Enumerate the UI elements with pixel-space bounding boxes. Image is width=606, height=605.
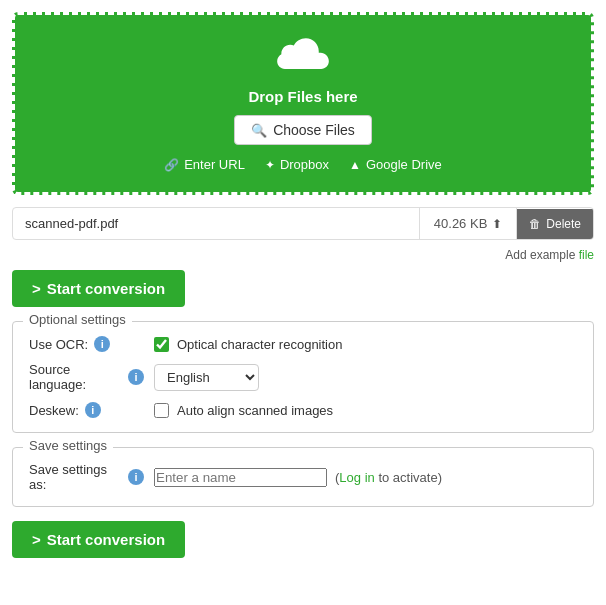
- save-settings-row: Save settings as: i (Log in to activate): [29, 462, 577, 492]
- dropbox-icon: [265, 157, 275, 172]
- ocr-checkbox[interactable]: [154, 337, 169, 352]
- google-drive-link[interactable]: Google Drive: [349, 157, 442, 172]
- upload-icon: ⬆: [492, 217, 502, 231]
- dropbox-link[interactable]: Dropbox: [265, 157, 329, 172]
- deskew-row: Deskew: i Auto align scanned images: [29, 402, 577, 418]
- delete-button[interactable]: 🗑 Delete: [517, 209, 593, 239]
- language-select[interactable]: English German French Spanish Italian Po…: [154, 364, 259, 391]
- ocr-info-icon[interactable]: i: [94, 336, 110, 352]
- file-name: scanned-pdf.pdf: [13, 208, 420, 239]
- deskew-control: Auto align scanned images: [154, 403, 333, 418]
- link-icon: [164, 157, 179, 172]
- optional-settings-section: Optional settings Use OCR: i Optical cha…: [12, 321, 594, 433]
- enter-url-link[interactable]: Enter URL: [164, 157, 245, 172]
- trash-icon: 🗑: [529, 217, 541, 231]
- ocr-row: Use OCR: i Optical character recognition: [29, 336, 577, 352]
- source-language-row: Source language: i English German French…: [29, 362, 577, 392]
- source-language-control: English German French Spanish Italian Po…: [154, 364, 259, 391]
- login-link[interactable]: Log in: [339, 470, 374, 485]
- chevron-icon: [32, 280, 41, 297]
- source-language-label: Source language: i: [29, 362, 144, 392]
- file-row: scanned-pdf.pdf 40.26 KB ⬆ 🗑 Delete: [12, 207, 594, 240]
- chevron-icon-bottom: [32, 531, 41, 548]
- deskew-info-icon[interactable]: i: [85, 402, 101, 418]
- drop-text: Drop Files here: [25, 88, 581, 105]
- optional-settings-legend: Optional settings: [23, 312, 132, 327]
- drop-zone[interactable]: Drop Files here 🔍 Choose Files Enter URL…: [12, 12, 594, 195]
- save-settings-control: (Log in to activate): [154, 468, 442, 487]
- ocr-label: Use OCR: i: [29, 336, 144, 352]
- start-conversion-button-top[interactable]: Start conversion: [12, 270, 185, 307]
- save-settings-input[interactable]: [154, 468, 327, 487]
- ocr-control: Optical character recognition: [154, 337, 342, 352]
- save-settings-info-icon[interactable]: i: [128, 469, 144, 485]
- choose-files-button[interactable]: 🔍 Choose Files: [234, 115, 372, 145]
- file-size: 40.26 KB ⬆: [420, 208, 518, 239]
- search-icon: 🔍: [251, 123, 267, 138]
- deskew-checkbox[interactable]: [154, 403, 169, 418]
- source-language-info-icon[interactable]: i: [128, 369, 144, 385]
- start-conversion-button-bottom[interactable]: Start conversion: [12, 521, 185, 558]
- save-settings-legend: Save settings: [23, 438, 113, 453]
- add-example-row: Add example file: [12, 248, 594, 262]
- drop-links: Enter URL Dropbox Google Drive: [25, 157, 581, 172]
- login-note: (Log in to activate): [335, 470, 442, 485]
- add-example-link[interactable]: file: [579, 248, 594, 262]
- deskew-label: Deskew: i: [29, 402, 144, 418]
- save-settings-section: Save settings Save settings as: i (Log i…: [12, 447, 594, 507]
- cloud-upload-icon: [277, 35, 329, 80]
- save-settings-label: Save settings as: i: [29, 462, 144, 492]
- google-drive-icon: [349, 157, 361, 172]
